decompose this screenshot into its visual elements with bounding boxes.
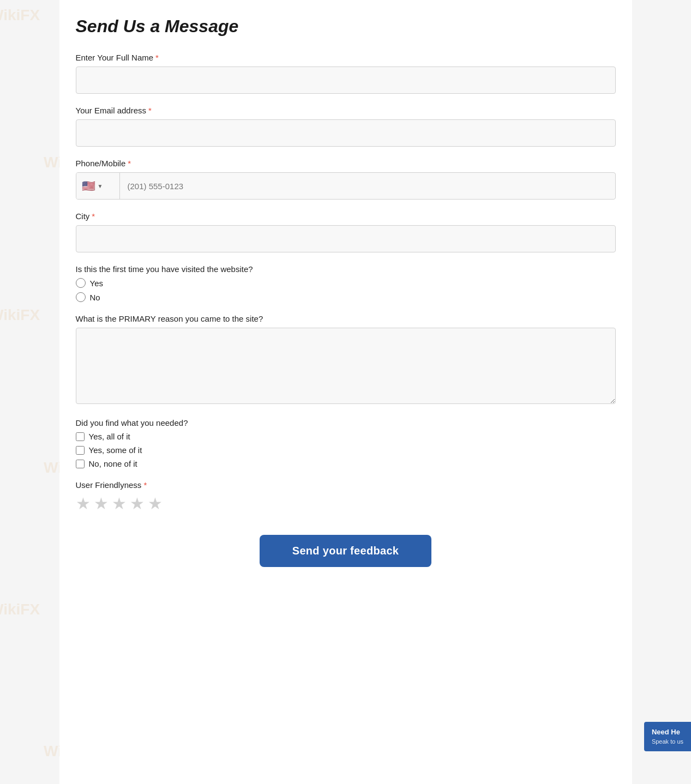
radio-yes[interactable]: Yes [76,278,616,288]
checkbox-yes-some-input[interactable] [76,446,85,455]
checkbox-yes-some[interactable]: Yes, some of it [76,445,616,455]
need-help-widget[interactable]: Need He Speak to us [644,722,691,751]
required-indicator: * [128,159,131,168]
found-needed-label: Did you find what you needed? [76,418,616,427]
submit-button[interactable]: Send your feedback [260,535,431,567]
star-1[interactable]: ★ [76,494,91,513]
radio-no-input[interactable] [76,292,86,302]
flag-icon: 🇺🇸 [82,179,95,192]
first-visit-label: Is this the first time you have visited … [76,264,616,274]
page-title: Send Us a Message [76,16,616,37]
radio-no-label: No [90,293,100,302]
star-5[interactable]: ★ [148,494,163,513]
country-selector[interactable]: 🇺🇸 ▼ [76,173,120,199]
email-section: Your Email address * [76,106,616,147]
submit-btn-wrapper: Send your feedback [76,535,616,567]
required-indicator: * [155,53,159,62]
email-input[interactable] [76,119,616,147]
checkbox-no-none-input[interactable] [76,460,85,468]
checkbox-no-none-label: No, none of it [89,459,137,468]
phone-label: Phone/Mobile * [76,159,616,168]
star-3[interactable]: ★ [112,494,127,513]
radio-no[interactable]: No [76,292,616,302]
primary-reason-textarea[interactable] [76,328,616,404]
found-needed-checkbox-group: Yes, all of it Yes, some of it No, none … [76,432,616,468]
star-rating: ★ ★ ★ ★ ★ [76,494,616,513]
required-indicator: * [92,212,95,221]
phone-input[interactable] [120,173,615,199]
checkbox-yes-all[interactable]: Yes, all of it [76,432,616,441]
city-section: City * [76,212,616,252]
city-input[interactable] [76,225,616,252]
primary-reason-label: What is the PRIMARY reason you came to t… [76,314,616,323]
radio-yes-input[interactable] [76,278,86,288]
required-indicator: * [143,480,147,490]
star-2[interactable]: ★ [94,494,109,513]
first-visit-radio-group: Yes No [76,278,616,302]
need-help-subtitle: Speak to us [652,738,683,746]
full-name-label: Enter Your Full Name * [76,53,616,62]
required-indicator: * [148,106,152,115]
user-friendlyness-label: User Friendlyness * [76,480,616,490]
full-name-input[interactable] [76,67,616,94]
user-friendlyness-section: User Friendlyness * ★ ★ ★ ★ ★ [76,480,616,513]
full-name-section: Enter Your Full Name * [76,53,616,94]
city-label: City * [76,212,616,221]
phone-wrapper: 🇺🇸 ▼ [76,172,616,200]
phone-section: Phone/Mobile * 🇺🇸 ▼ [76,159,616,200]
found-needed-section: Did you find what you needed? Yes, all o… [76,418,616,468]
checkbox-no-none[interactable]: No, none of it [76,459,616,468]
page-wrapper: Send Us a Message Enter Your Full Name *… [59,0,632,784]
radio-yes-label: Yes [90,279,103,288]
checkbox-yes-all-input[interactable] [76,432,85,441]
primary-reason-section: What is the PRIMARY reason you came to t… [76,314,616,406]
checkbox-yes-all-label: Yes, all of it [89,432,130,441]
star-4[interactable]: ★ [130,494,145,513]
chevron-down-icon: ▼ [98,183,103,189]
email-label: Your Email address * [76,106,616,115]
checkbox-yes-some-label: Yes, some of it [89,445,142,455]
need-help-title: Need He [652,727,683,737]
first-visit-section: Is this the first time you have visited … [76,264,616,302]
